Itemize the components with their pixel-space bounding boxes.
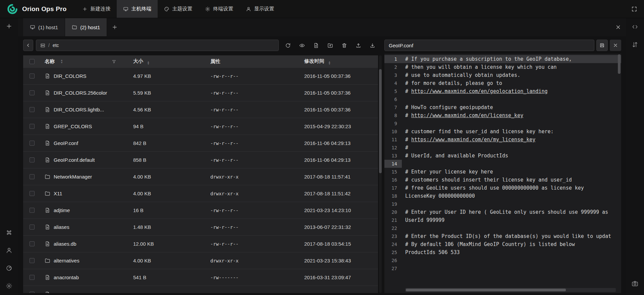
column-header-size[interactable]: 大小 (128, 58, 205, 65)
menu-item-display-settings[interactable]: 显示设置 (239, 0, 280, 18)
sort-icon[interactable] (147, 61, 150, 65)
column-header-modified[interactable]: 修改时间 (299, 58, 378, 65)
editor-close-button[interactable] (610, 40, 621, 51)
scrollbar-thumb[interactable] (379, 69, 382, 173)
code-line[interactable] (402, 264, 621, 273)
code-line[interactable]: # http://www.maxmind.com/en/geolocation_… (402, 87, 621, 95)
row-checkbox[interactable] (30, 73, 35, 79)
code-line[interactable]: LicenseKey 000000000000 (402, 192, 621, 200)
table-row[interactable]: GeoIP.conf.default858 B-rw-r--r--2016-11… (23, 152, 378, 168)
editor-code[interactable]: # If you purchase a subscription to the … (402, 54, 621, 293)
fullscreen-icon[interactable] (631, 6, 637, 12)
breadcrumb[interactable]: / etc (36, 40, 279, 51)
menu-item-host-terminal[interactable]: 主机终端 (117, 0, 158, 18)
code-line[interactable]: # Enter your User ID here ( GeoLite only… (402, 208, 621, 216)
code-line[interactable]: # https://www.maxmind.com/en/my_license_… (402, 136, 621, 144)
code-editor[interactable]: 1234567891011121314151617181920212223242… (384, 54, 621, 293)
select-all-checkbox[interactable] (30, 59, 35, 64)
table-row[interactable]: GREP_COLORS94 B-rw-r--r--2015-04-29 22:3… (23, 118, 378, 135)
code-line[interactable] (402, 224, 621, 232)
sort-icon[interactable] (328, 61, 331, 65)
user-icon[interactable] (6, 247, 12, 254)
new-file-button[interactable] (310, 40, 322, 51)
row-checkbox[interactable] (30, 141, 35, 146)
editor-vertical-scrollbar[interactable] (618, 54, 621, 286)
column-header-name[interactable]: 名称 (41, 58, 128, 65)
code-line[interactable]: UserId 999999 (402, 216, 621, 224)
code-icon[interactable] (632, 23, 638, 30)
table-row[interactable]: aliases1.48 KB-rw-r--r--2013-06-07 22:31… (23, 219, 378, 236)
code-line[interactable] (402, 119, 621, 128)
row-checkbox[interactable] (30, 241, 35, 246)
code-line[interactable]: # By default 106 (MaxMind GeoIP Country)… (402, 240, 621, 248)
tab-sftp-2[interactable]: (2) host1 (65, 18, 107, 36)
row-checkbox[interactable] (30, 191, 35, 196)
table-row[interactable]: DIR_COLORS.256color5.59 KB-rw-r--r--2016… (23, 85, 378, 101)
code-line[interactable]: # use to automatically obtain updates. (402, 71, 621, 79)
row-checkbox[interactable] (30, 292, 35, 293)
add-tab-plus-icon[interactable] (112, 24, 118, 30)
close-panel-icon[interactable] (615, 24, 621, 30)
sort-icon[interactable] (60, 59, 63, 64)
new-folder-button[interactable] (324, 40, 336, 51)
command-icon[interactable] (6, 229, 12, 236)
editor-horizontal-scrollbar[interactable] (405, 288, 616, 292)
table-row[interactable]: DIR_COLORS4.97 KB-rw-r--r--2016-11-05 00… (23, 68, 378, 85)
download-button[interactable] (367, 40, 378, 51)
code-line[interactable]: # HowTo configure geoipupdate (402, 103, 621, 111)
row-checkbox[interactable] (30, 107, 35, 112)
code-line[interactable]: # customer find the user_id and license … (402, 128, 621, 136)
row-checkbox[interactable] (30, 225, 35, 230)
save-button[interactable] (596, 40, 608, 51)
menu-item-terminal-settings[interactable]: 终端设置 (199, 0, 239, 18)
file-list-scrollbar[interactable] (379, 55, 382, 293)
breadcrumb-segment[interactable]: etc (53, 43, 59, 48)
code-line[interactable]: # (402, 144, 621, 152)
code-line[interactable]: # free GeoLite users should use 00000000… (402, 184, 621, 192)
code-line[interactable] (402, 160, 621, 168)
toggle-hidden-button[interactable] (296, 40, 308, 51)
code-line[interactable]: # for more details, please go to (402, 79, 621, 87)
swap-icon[interactable] (632, 41, 638, 48)
row-checkbox[interactable] (30, 275, 35, 280)
code-line[interactable]: # customers should insert their license … (402, 176, 621, 184)
filter-icon[interactable] (112, 59, 116, 64)
table-row[interactable]: anacrontab541 B-rw-------2016-03-31 23:0… (23, 269, 378, 286)
menu-item-theme-settings[interactable]: 主题设置 (158, 0, 199, 18)
table-row[interactable]: DIR_COLORS.lightb...4.56 KB-rw-r--r--201… (23, 101, 378, 118)
code-line[interactable]: # http://www.maxmind.com/en/license_key (402, 111, 621, 119)
code-line[interactable] (402, 200, 621, 208)
table-row[interactable] (23, 286, 378, 293)
scrollbar-thumb[interactable] (618, 54, 621, 74)
code-line[interactable] (402, 95, 621, 103)
menu-item-new-connection[interactable]: 新建连接 (76, 0, 117, 18)
table-row[interactable]: X114.00 KBdrwxr-xr-x2017-08-18 11:51:42 (23, 185, 378, 202)
code-line[interactable]: # If you purchase a subscription to the … (402, 55, 621, 63)
row-checkbox[interactable] (30, 124, 35, 129)
code-line[interactable]: # Enter the Product ID(s) of the databas… (402, 232, 621, 240)
code-line[interactable]: # UserId, and available ProductIds (402, 152, 621, 160)
table-row[interactable]: aliases.db12.00 KB-rw-r--r--2017-08-18 0… (23, 236, 378, 252)
table-row[interactable]: alternatives4.00 KBdrwxr-xr-x2021-03-23 … (23, 252, 378, 269)
code-line[interactable]: # Enter your license key here (402, 168, 621, 176)
code-line[interactable] (402, 256, 621, 264)
back-button[interactable] (23, 40, 33, 51)
gear-icon[interactable] (6, 283, 12, 289)
row-checkbox[interactable] (30, 157, 35, 162)
swirl-icon[interactable] (6, 265, 12, 272)
code-line[interactable]: # then you will obtain a license key whi… (402, 63, 621, 71)
row-checkbox[interactable] (30, 258, 35, 263)
row-checkbox[interactable] (30, 208, 35, 213)
tab-terminal-1[interactable]: (1) host1 (23, 18, 65, 36)
scrollbar-thumb[interactable] (406, 289, 566, 291)
table-row[interactable]: adjtime16 B-rw-r--r--2021-03-23 14:23:10 (23, 202, 378, 219)
table-row[interactable]: GeoIP.conf842 B-rw-r--r--2016-11-06 04:2… (23, 135, 378, 152)
row-checkbox[interactable] (30, 90, 35, 95)
camera-icon[interactable] (632, 280, 638, 287)
delete-button[interactable] (338, 40, 350, 51)
refresh-button[interactable] (282, 40, 293, 51)
upload-button[interactable] (353, 40, 364, 51)
code-line[interactable]: ProductIds 506 533 (402, 248, 621, 256)
row-checkbox[interactable] (30, 174, 35, 179)
table-row[interactable]: NetworkManager4.00 KBdrwxr-xr-x2017-08-1… (23, 168, 378, 185)
